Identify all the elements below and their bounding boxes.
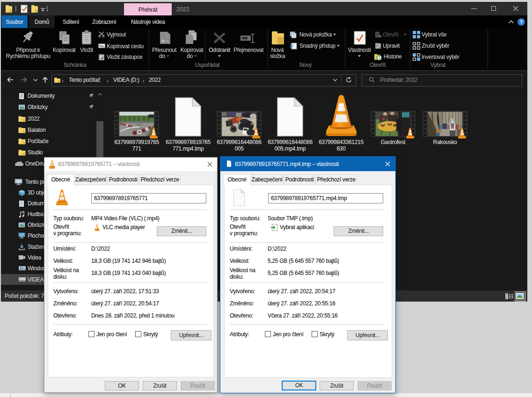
- svg-text:W: W: [99, 44, 103, 48]
